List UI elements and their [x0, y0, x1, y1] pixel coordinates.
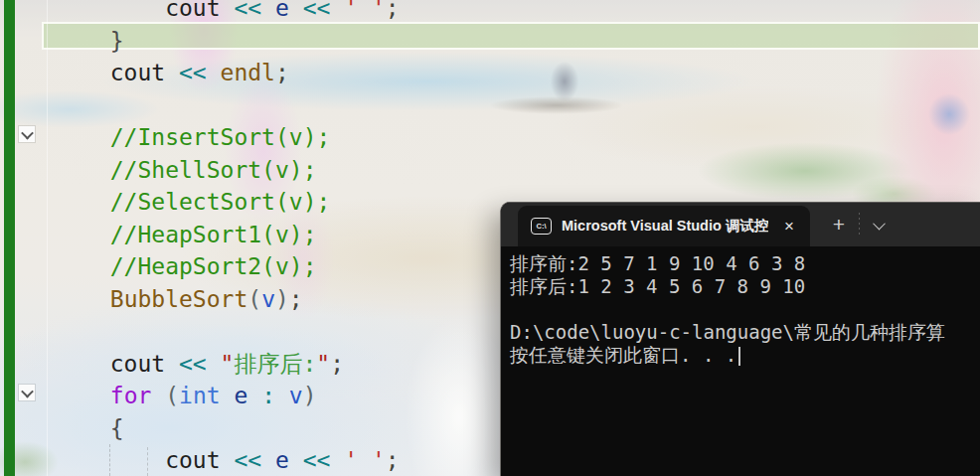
terminal-output-line: [510, 298, 980, 321]
chevron-down-icon: [21, 126, 34, 139]
tab-close-button[interactable]: ×: [778, 216, 800, 238]
titlebar-separator: [859, 213, 860, 237]
code-line[interactable]: [0, 89, 980, 122]
console-icon-text: C:\: [537, 222, 547, 231]
chevron-down-icon: [873, 217, 886, 230]
terminal-titlebar[interactable]: C:\ Microsoft Visual Studio 调试控 × +: [501, 203, 980, 246]
terminal-cursor: [738, 347, 740, 366]
terminal-tab[interactable]: C:\ Microsoft Visual Studio 调试控 ×: [518, 206, 810, 246]
code-line[interactable]: //InsertSort(v);: [0, 121, 980, 154]
terminal-output-line: 按任意键关闭此窗口. . .: [510, 344, 980, 367]
terminal-output-line: 排序后:1 2 3 4 5 6 7 8 9 10: [510, 275, 980, 298]
code-line[interactable]: }: [0, 25, 980, 58]
terminal-tab-title: Microsoft Visual Studio 调试控: [562, 217, 768, 236]
fold-region-button[interactable]: [19, 126, 35, 142]
tab-dropdown-button[interactable]: [863, 211, 895, 238]
terminal-window: C:\ Microsoft Visual Studio 调试控 × + 排序前:…: [500, 202, 980, 476]
terminal-prompt-text: 按任意键关闭此窗口. . .: [510, 344, 736, 366]
code-line[interactable]: cout << e << ' ';: [0, 0, 980, 25]
close-icon: ×: [784, 217, 794, 237]
new-tab-button[interactable]: +: [821, 211, 857, 238]
change-tracking-bar: [4, 0, 15, 476]
plus-icon: +: [833, 213, 845, 237]
terminal-output-line: D:\code\luoyu-c-language\常见的几种排序算: [510, 321, 980, 344]
vs-editor-screen: cout << e << ' '; } cout << endl; //Inse…: [0, 0, 980, 476]
console-icon: C:\: [531, 218, 552, 235]
chevron-down-icon: [21, 385, 34, 397]
code-line[interactable]: //ShellSort(v);: [0, 154, 980, 187]
terminal-output-line: 排序前:2 5 7 1 9 10 4 6 3 8: [510, 252, 980, 275]
terminal-output: 排序前:2 5 7 1 9 10 4 6 3 8 排序后:1 2 3 4 5 6…: [501, 246, 980, 476]
code-line[interactable]: cout << endl;: [0, 57, 980, 89]
fold-region-button[interactable]: [19, 385, 35, 400]
